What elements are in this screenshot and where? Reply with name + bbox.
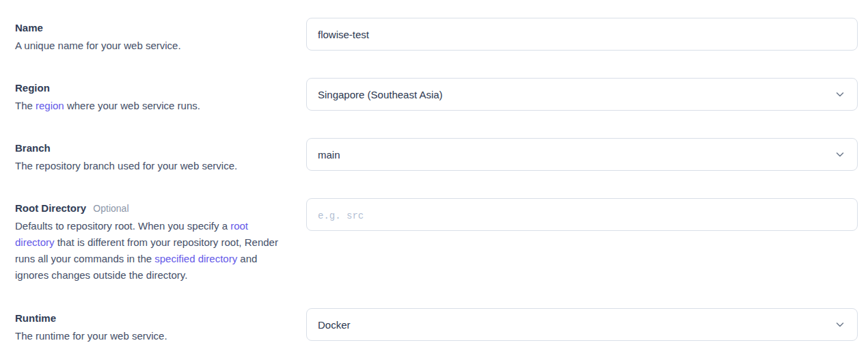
description-link[interactable]: region (36, 100, 64, 111)
field-description-name: A unique name for your web service. (15, 38, 283, 54)
field-label-region: Region (15, 82, 50, 94)
field-description-runtime: The runtime for your web service. (15, 328, 283, 344)
root-directory-input-wrapper (306, 198, 858, 231)
form-row-name: Name A unique name for your web service. (15, 18, 858, 78)
runtime-select[interactable]: Docker (306, 308, 858, 341)
field-description-root-directory: Defaults to repository root. When you sp… (15, 218, 283, 284)
name-input[interactable] (307, 18, 857, 50)
root-directory-input[interactable] (307, 199, 857, 230)
field-label-branch: Branch (15, 142, 51, 154)
branch-select[interactable]: main (306, 138, 858, 171)
web-service-settings-form: Name A unique name for your web service.… (15, 18, 858, 358)
chevron-down-icon (835, 150, 845, 159)
field-label-name: Name (15, 22, 43, 33)
field-description-branch: The repository branch used for your web … (15, 158, 283, 174)
name-input-wrapper (306, 18, 858, 51)
region-select[interactable]: Singapore (Southeast Asia) (306, 78, 858, 111)
field-info-runtime: Runtime The runtime for your web service… (15, 308, 306, 344)
form-row-region: Region The region where your web service… (15, 78, 858, 138)
field-info-region: Region The region where your web service… (15, 78, 306, 114)
field-info-name: Name A unique name for your web service. (15, 18, 306, 54)
form-row-root-directory: Root Directory Optional Defaults to repo… (15, 198, 858, 308)
field-label-root-directory: Root Directory (15, 202, 86, 214)
chevron-down-icon (835, 90, 845, 99)
field-info-root-directory: Root Directory Optional Defaults to repo… (15, 198, 306, 284)
form-row-branch: Branch The repository branch used for yo… (15, 138, 858, 198)
field-info-branch: Branch The repository branch used for yo… (15, 138, 306, 174)
description-link[interactable]: specified directory (154, 253, 237, 264)
chevron-down-icon (835, 320, 845, 329)
field-label-runtime: Runtime (15, 312, 56, 324)
region-select-value: Singapore (Southeast Asia) (307, 89, 454, 100)
branch-select-value: main (307, 149, 351, 161)
form-row-runtime: Runtime The runtime for your web service… (15, 308, 858, 358)
runtime-select-value: Docker (307, 319, 362, 331)
optional-badge: Optional (93, 203, 128, 214)
field-description-region: The region where your web service runs. (15, 98, 283, 114)
